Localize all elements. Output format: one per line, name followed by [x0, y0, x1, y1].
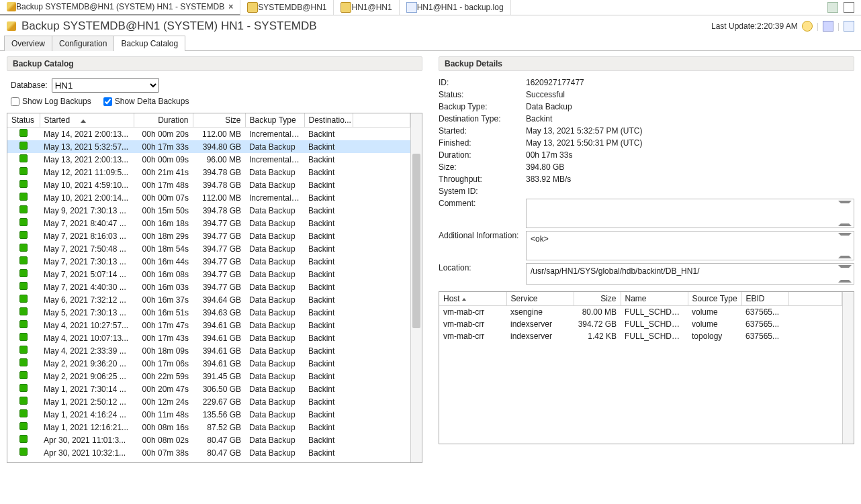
spinner-up-icon[interactable]: [838, 233, 852, 244]
editor-tab-systemdb[interactable]: SYSTEMDB@HN1: [240, 0, 334, 15]
refresh-icon[interactable]: [802, 21, 813, 32]
table-row[interactable]: May 12, 2021 11:09:5...00h 21m 41s394.78…: [7, 166, 410, 179]
col-source-type[interactable]: Source Type: [688, 292, 741, 306]
tab-backup-catalog[interactable]: Backup Catalog: [114, 36, 185, 51]
spinner-down-icon[interactable]: [838, 215, 852, 226]
table-row[interactable]: May 4, 2021 2:33:39 ...00h 18m 09s394.61…: [7, 344, 410, 357]
tab-configuration[interactable]: Configuration: [52, 36, 114, 51]
editor-tab-backup[interactable]: Backup SYSTEMDB@HN1 (SYSTEM) HN1 - SYSTE…: [0, 0, 240, 15]
col-service[interactable]: Service: [506, 292, 574, 306]
table-row[interactable]: May 13, 2021 2:00:13...00h 00m 09s96.00 …: [7, 153, 410, 166]
cell-destination: Backint: [304, 166, 353, 179]
cell-size: 394.63 GB: [193, 306, 245, 319]
cell-host: vm-mab-crr: [439, 330, 506, 342]
table-row[interactable]: May 7, 2021 7:30:13 ...00h 16m 44s394.77…: [7, 255, 410, 268]
cell-size: 135.56 GB: [193, 408, 245, 421]
show-delta-backups-checkbox[interactable]: Show Delta Backups: [103, 97, 189, 106]
page-title: Backup SYSTEMDB@HN1 (SYSTEM) HN1 - SYSTE…: [21, 19, 317, 33]
cell-started: May 2, 2021 9:36:20 ...: [40, 357, 134, 370]
col-ebid[interactable]: EBID: [741, 292, 788, 306]
table-row[interactable]: May 10, 2021 4:59:10...00h 17m 48s394.78…: [7, 179, 410, 191]
cell-duration: 00h 17m 33s: [134, 140, 193, 153]
col-started[interactable]: Started: [40, 113, 134, 128]
table-row[interactable]: May 1, 2021 2:50:12 ...00h 12m 24s229.67…: [7, 395, 410, 408]
database-icon: [341, 2, 351, 13]
scrollbar-thumb[interactable]: [412, 154, 420, 328]
cell-started: May 1, 2021 4:16:24 ...: [40, 408, 134, 421]
table-row[interactable]: May 10, 2021 2:00:14...00h 00m 07s112.00…: [7, 191, 410, 204]
cell-name: FULL_SCHD_d...: [621, 330, 688, 342]
backup-icon: [7, 21, 16, 31]
table-row[interactable]: May 1, 2021 4:16:24 ...00h 11m 48s135.56…: [7, 408, 410, 421]
close-icon[interactable]: ×: [228, 2, 233, 11]
table-row[interactable]: May 14, 2021 2:00:13...00h 00m 20s112.00…: [7, 128, 410, 141]
status-success-icon: [19, 320, 28, 328]
show-delta-backups-input[interactable]: [103, 97, 112, 106]
table-row[interactable]: May 7, 2021 7:50:48 ...00h 18m 54s394.77…: [7, 242, 410, 255]
table-row[interactable]: May 5, 2021 7:30:13 ...00h 16m 51s394.63…: [7, 306, 410, 319]
col-size[interactable]: Size: [574, 292, 621, 306]
col-backup-type[interactable]: Backup Type: [245, 113, 304, 128]
table-row[interactable]: May 6, 2021 7:32:12 ...00h 16m 37s394.64…: [7, 293, 410, 306]
col-destination[interactable]: Destinatio...: [304, 113, 353, 128]
location-value: /usr/sap/HN1/SYS/global/hdb/backint/DB_H…: [531, 266, 699, 276]
restore-icon[interactable]: [827, 2, 838, 13]
cell-started: May 9, 2021 7:30:13 ...: [40, 204, 134, 217]
database-select[interactable]: HN1: [52, 78, 159, 93]
table-row[interactable]: vm-mab-crrindexserver394.72 GBFULL_SCHD_…: [439, 318, 842, 330]
table-header-row: Status Started Duration Size Backup Type…: [7, 113, 410, 128]
show-log-backups-input[interactable]: [11, 97, 19, 106]
sort-asc-icon: [462, 298, 466, 301]
editor-tab-backuplog[interactable]: HN1@HN1 - backup.log: [400, 0, 511, 15]
table-row[interactable]: May 13, 2021 5:32:57...00h 17m 33s394.80…: [7, 140, 410, 153]
maximize-icon[interactable]: [844, 2, 854, 13]
location-field[interactable]: /usr/sap/HN1/SYS/global/hdb/backint/DB_H…: [526, 263, 854, 285]
cell-backup-type: Data Backup: [245, 204, 304, 217]
value-status: Successful: [526, 90, 854, 99]
additional-info-textarea[interactable]: <ok>: [526, 231, 854, 260]
table-row[interactable]: May 1, 2021 7:30:14 ...00h 20m 47s306.50…: [7, 383, 410, 395]
col-duration[interactable]: Duration: [134, 113, 193, 128]
table-row[interactable]: vm-mab-crrxsengine80.00 MBFULL_SCHD_d...…: [439, 306, 842, 319]
spinner-down-icon[interactable]: [838, 272, 852, 283]
cell-backup-type: Data Backup: [245, 395, 304, 408]
table-row[interactable]: May 1, 2021 12:16:21...00h 08m 16s87.52 …: [7, 421, 410, 434]
col-name[interactable]: Name: [621, 292, 688, 306]
spinner-down-icon[interactable]: [838, 248, 852, 258]
cell-destination: Backint: [304, 230, 353, 242]
tab-overview[interactable]: Overview: [4, 36, 52, 51]
show-log-backups-checkbox[interactable]: Show Log Backups: [11, 97, 91, 106]
table-row[interactable]: May 7, 2021 8:16:03 ...00h 18m 29s394.77…: [7, 230, 410, 242]
save-icon[interactable]: [823, 21, 833, 32]
table-row[interactable]: May 2, 2021 9:36:20 ...00h 17m 06s394.61…: [7, 357, 410, 370]
table-row[interactable]: May 7, 2021 8:40:47 ...00h 16m 18s394.77…: [7, 217, 410, 230]
col-host[interactable]: Host: [439, 292, 506, 306]
status-success-icon: [19, 218, 28, 226]
cell-started: May 1, 2021 2:50:12 ...: [40, 395, 134, 408]
table-row[interactable]: May 2, 2021 9:06:25 ...00h 22m 59s391.45…: [7, 370, 410, 383]
col-status[interactable]: Status: [7, 113, 40, 128]
additional-info-value: <ok>: [531, 234, 549, 244]
spinner-up-icon[interactable]: [838, 201, 852, 211]
cell-duration: 00h 16m 51s: [134, 306, 193, 319]
table-row[interactable]: May 7, 2021 5:07:14 ...00h 16m 08s394.77…: [7, 268, 410, 281]
cell-size: 394.77 GB: [193, 255, 245, 268]
editor-tab-hn1[interactable]: HN1@HN1: [334, 0, 399, 15]
col-size[interactable]: Size: [193, 113, 245, 128]
table-row[interactable]: Apr 30, 2021 10:32:1...00h 07m 38s80.47 …: [7, 446, 410, 459]
backup-details-panel: Backup Details ID:1620927177477 Status:S…: [436, 56, 854, 463]
table-row[interactable]: May 4, 2021 10:27:57...00h 17m 47s394.61…: [7, 319, 410, 332]
panel-title: Backup Details: [439, 56, 854, 71]
table-row[interactable]: Apr 30, 2021 11:01:3...00h 08m 02s80.47 …: [7, 434, 410, 446]
backup-catalog-panel: Backup Catalog Database: HN1 Show Log Ba…: [7, 56, 422, 463]
table-row[interactable]: May 9, 2021 7:30:13 ...00h 15m 50s394.78…: [7, 204, 410, 217]
open-log-icon[interactable]: [844, 21, 854, 32]
table-row[interactable]: vm-mab-crrindexserver1.42 KBFULL_SCHD_d.…: [439, 330, 842, 342]
table-row[interactable]: May 7, 2021 4:40:30 ...00h 16m 03s394.77…: [7, 281, 410, 293]
vertical-scrollbar[interactable]: [842, 292, 854, 444]
comment-textarea[interactable]: [526, 199, 854, 228]
cell-destination: Backint: [304, 281, 353, 293]
vertical-scrollbar[interactable]: [410, 113, 422, 462]
table-row[interactable]: May 4, 2021 10:07:13...00h 17m 43s394.61…: [7, 332, 410, 344]
database-icon: [247, 2, 258, 13]
